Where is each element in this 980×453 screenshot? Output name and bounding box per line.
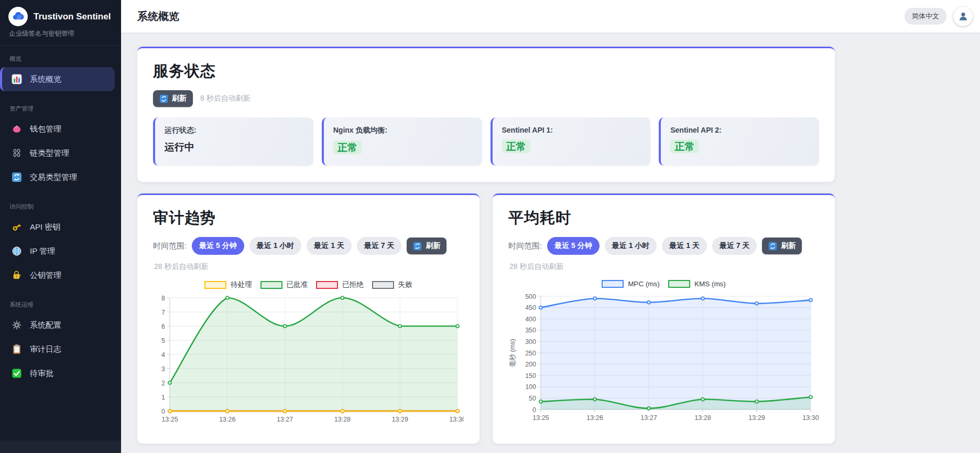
legend-item[interactable]: 失败 <box>372 280 412 289</box>
clipboard-icon <box>12 344 22 354</box>
audit-chart-legend: 待处理已批准已拒绝失败 <box>153 280 464 289</box>
service-status-title: 服务状态 <box>153 61 819 82</box>
svg-text:13:28: 13:28 <box>334 416 351 423</box>
time-range-button-5min[interactable]: 最近 5 分钟 <box>547 237 600 255</box>
exchange-icon <box>12 172 22 182</box>
legend-swatch <box>602 280 624 288</box>
svg-text:500: 500 <box>525 293 536 300</box>
time-range-row: 时间范围: 最近 5 分钟 最近 1 小时 最近 1 天 最近 7 天 刷新 <box>153 237 464 255</box>
sidebar-item-system-overview[interactable]: 系统概览 <box>0 67 115 91</box>
refresh-icon <box>159 94 168 103</box>
refresh-icon <box>768 242 777 251</box>
language-button[interactable]: 简体中文 <box>905 8 946 25</box>
purse-icon <box>12 124 22 134</box>
chain-icon <box>12 148 22 158</box>
svg-text:13:30: 13:30 <box>802 414 819 422</box>
sidebar-item-audit-logs[interactable]: 审计日志 <box>0 337 115 361</box>
time-range-button-1hour[interactable]: 最近 1 小时 <box>605 237 657 255</box>
sidebar: Trustivon Sentinel 企业级签名与密钥管理 概览 系统概览 资产… <box>0 0 121 453</box>
auto-refresh-text: 28 秒后自动刷新 <box>153 262 464 272</box>
status-box-sentinel-api-2: Sentinel API 2: 正常 <box>659 117 819 166</box>
sidebar-item-label: 公钥管理 <box>30 271 61 281</box>
sidebar-item-label: 交易类型管理 <box>30 172 77 182</box>
main-area: 系统概览 简体中文 服务状态 刷新 8 秒后自动刷新 <box>121 0 980 453</box>
svg-text:5: 5 <box>161 337 165 344</box>
refresh-label: 刷新 <box>781 241 796 251</box>
sidebar-item-chain-types[interactable]: 链类型管理 <box>0 141 115 165</box>
svg-text:350: 350 <box>525 327 536 334</box>
audit-trend-title: 审计趋势 <box>153 208 464 229</box>
legend-label: 失败 <box>398 280 412 289</box>
refresh-icon <box>413 242 422 251</box>
status-value: 正常 <box>333 141 473 154</box>
legend-item[interactable]: 待处理 <box>204 280 252 289</box>
legend-label: 已拒绝 <box>342 280 364 289</box>
sidebar-item-ip-management[interactable]: IP 管理 <box>0 239 115 263</box>
sidebar-section-assets: 资产管理 <box>0 96 121 117</box>
bar-chart-icon <box>12 74 22 84</box>
legend-item[interactable]: 已拒绝 <box>316 280 364 289</box>
latency-chart: 05010015020025030035040045050013:2513:26… <box>508 290 819 429</box>
refresh-button[interactable]: 刷新 <box>762 238 802 254</box>
key-icon <box>12 222 22 232</box>
status-value: 正常 <box>502 139 641 153</box>
legend-item[interactable]: 已批准 <box>260 280 308 289</box>
sidebar-item-transaction-types[interactable]: 交易类型管理 <box>0 165 115 189</box>
latency-title: 平均耗时 <box>508 208 819 229</box>
svg-text:13:27: 13:27 <box>640 414 657 422</box>
refresh-label: 刷新 <box>426 241 440 251</box>
brand: Trustivon Sentinel <box>0 0 121 28</box>
time-range-label: 时间范围: <box>153 241 187 251</box>
time-range-button-7days[interactable]: 最近 7 天 <box>357 237 402 255</box>
sidebar-item-label: 链类型管理 <box>30 148 69 158</box>
refresh-row: 刷新 8 秒后自动刷新 <box>153 90 819 107</box>
time-range-button-5min[interactable]: 最近 5 分钟 <box>192 237 244 255</box>
sidebar-item-public-keys[interactable]: 公钥管理 <box>0 263 115 287</box>
refresh-button[interactable]: 刷新 <box>407 238 447 254</box>
legend-swatch <box>668 280 690 288</box>
svg-text:6: 6 <box>161 323 165 330</box>
legend-label: 待处理 <box>231 280 252 289</box>
refresh-button[interactable]: 刷新 <box>153 90 193 107</box>
svg-text:7: 7 <box>161 309 165 316</box>
cloud-logo-icon <box>8 7 28 26</box>
svg-text:300: 300 <box>525 338 536 346</box>
sidebar-item-label: IP 管理 <box>30 246 55 256</box>
legend-label: KMS (ms) <box>694 280 726 288</box>
status-value: 正常 <box>670 139 810 153</box>
svg-text:250: 250 <box>525 350 536 357</box>
service-status-card: 服务状态 刷新 8 秒后自动刷新 运行状态: 运行中 Nginx 负载均衡: <box>137 47 835 182</box>
sidebar-item-api-keys[interactable]: API 密钥 <box>0 215 115 239</box>
svg-text:13:26: 13:26 <box>219 416 235 423</box>
time-range-label: 时间范围: <box>508 241 542 251</box>
svg-text:13:25: 13:25 <box>161 416 178 423</box>
audit-trend-chart: 01234567813:2513:2613:2713:2813:2913:30 <box>153 292 464 431</box>
time-range-button-7days[interactable]: 最近 7 天 <box>712 237 757 255</box>
time-range-button-1hour[interactable]: 最近 1 小时 <box>249 237 302 255</box>
topbar-right: 简体中文 <box>905 7 973 26</box>
svg-text:0: 0 <box>161 408 165 415</box>
time-range-button-1day[interactable]: 最近 1 天 <box>307 237 352 255</box>
sidebar-item-system-config[interactable]: 系统配置 <box>0 313 115 337</box>
svg-text:8: 8 <box>161 295 165 302</box>
sidebar-item-label: 待审批 <box>30 369 53 379</box>
svg-text:13:29: 13:29 <box>392 416 408 423</box>
sidebar-item-pending-approvals[interactable]: 待审批 <box>0 361 115 385</box>
latency-card: 平均耗时 时间范围: 最近 5 分钟 最近 1 小时 最近 1 天 最近 7 天… <box>493 193 835 444</box>
sidebar-item-label: 审计日志 <box>30 344 61 354</box>
gear-icon <box>12 320 22 330</box>
svg-text:13:25: 13:25 <box>532 414 549 422</box>
legend-item[interactable]: MPC (ms) <box>602 280 660 288</box>
status-box-nginx: Nginx 负载均衡: 正常 <box>322 117 482 166</box>
sidebar-section-operations: 系统运维 <box>0 293 121 313</box>
time-range-button-1day[interactable]: 最近 1 天 <box>662 237 707 255</box>
svg-text:毫秒 (ms): 毫秒 (ms) <box>509 339 516 366</box>
sidebar-item-label: API 密钥 <box>30 222 60 232</box>
sidebar-item-wallets[interactable]: 钱包管理 <box>0 117 115 141</box>
svg-text:0: 0 <box>532 406 536 414</box>
legend-item[interactable]: KMS (ms) <box>668 280 726 288</box>
user-avatar[interactable] <box>953 7 973 26</box>
refresh-label: 刷新 <box>172 94 187 103</box>
status-label: Nginx 负载均衡: <box>333 126 473 135</box>
auto-refresh-text: 28 秒后自动刷新 <box>508 262 819 272</box>
